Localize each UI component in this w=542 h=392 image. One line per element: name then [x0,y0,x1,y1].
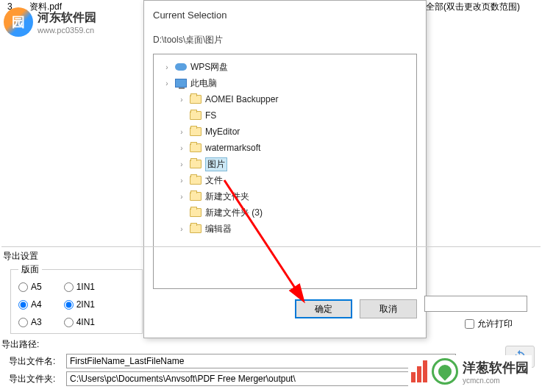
radio-2in1[interactable]: 2IN1 [64,299,95,310]
export-settings-section: 导出设置 版面 A5A4A31IN12IN14IN1 [1,246,541,266]
radio-a5[interactable]: A5 [18,282,42,292]
folder-icon [189,207,202,218]
expander-icon[interactable]: › [163,79,171,88]
dialog-title: Current Selection [153,10,417,21]
tree-item[interactable]: FS [157,107,413,124]
cancel-button[interactable]: 取消 [360,299,417,318]
tree-item-label: 编辑器 [205,223,232,235]
expander-icon[interactable]: › [177,177,186,185]
row-page-range[interactable]: 全部(双击更改页数范围) [426,1,520,13]
folder-icon [189,223,202,235]
folder-icon [189,174,202,186]
tree-item-label: 此电脑 [190,77,217,90]
export-path-title: 导出路径: [1,338,456,351]
expander-icon[interactable]: › [163,63,171,71]
radio-input[interactable] [18,300,28,310]
expander-icon[interactable]: › [177,128,186,136]
radio-input[interactable] [64,282,74,292]
radio-input[interactable] [64,318,74,327]
folder-icon [189,190,202,202]
tree-item-label: 文件 [205,174,223,187]
folder-icon [189,142,202,154]
folder-icon [189,93,202,105]
tree-item[interactable]: ›此电脑 [157,75,413,91]
expander-icon[interactable]: › [177,225,186,233]
tree-item-label: WPS网盘 [190,61,228,74]
tree-item-label: 图片 [205,157,227,171]
logo2-bars-icon [411,360,427,382]
tree-item[interactable]: ›watermarksoft [157,140,413,156]
radio-input[interactable] [64,300,74,310]
export-folder-input[interactable] [66,371,456,386]
tree-item[interactable]: ›WPS网盘 [157,59,413,75]
expander-icon[interactable]: › [177,144,186,152]
tree-item[interactable]: ›AOMEI Backupper [157,91,413,107]
logo-icon: 园 [4,7,33,37]
layout-legend: 版面 [18,263,42,276]
expander-icon[interactable]: › [177,96,186,104]
layout-fieldset: 版面 A5A4A31IN12IN14IN1 [10,263,143,334]
tree-item[interactable]: ›图片 [157,156,413,172]
filename-label: 导出文件名: [1,355,60,368]
folder-icon [189,126,202,138]
pc-icon [174,77,188,89]
tree-item[interactable]: 新建文件夹 (3) [157,204,413,221]
tree-item-label: AOMEI Backupper [205,94,278,104]
expander-icon[interactable]: › [177,160,186,168]
tree-item[interactable]: ›文件 [157,172,413,188]
export-filename-input[interactable] [66,354,456,368]
logo2-icon [432,358,458,385]
folder-browse-dialog: Current Selection D:\tools\桌面\图片 ›WPS网盘›… [143,0,427,338]
folder-icon [189,158,202,170]
watermark-logo-hedong: 园 河东软件园 www.pc0359.cn [4,7,96,37]
logo2-title: 洋葱软件园 [463,359,529,377]
tree-item-label: MyEditor [205,126,240,137]
expander-icon[interactable]: › [177,193,186,201]
logo2-url: ycmcn.com [463,377,529,385]
cloud-icon [174,61,188,73]
tree-item-label: FS [205,110,216,121]
tree-item-label: 新建文件夹 [205,190,249,203]
radio-input[interactable] [18,318,28,327]
tree-item[interactable]: ›编辑器 [157,221,413,237]
watermark-logo-yangcong: 洋葱软件园 ycmcn.com [408,355,532,388]
tree-item[interactable]: ›MyEditor [157,124,413,140]
tree-item[interactable]: ›新建文件夹 [157,188,413,204]
export-path-section: 导出路径: 导出文件名: 导出文件夹: [1,338,456,386]
ok-button[interactable]: 确定 [295,299,352,318]
tree-item-label: 新建文件夹 (3) [205,207,263,219]
side-input[interactable] [424,296,527,312]
logo-url: www.pc0359.cn [38,26,96,35]
allow-print-checkbox[interactable]: 允许打印 [465,318,513,330]
allow-print-input[interactable] [465,319,474,329]
folder-label: 导出文件夹: [1,373,60,385]
tree-item-label: watermarksoft [205,143,260,153]
radio-1in1[interactable]: 1IN1 [64,282,95,292]
radio-4in1[interactable]: 4IN1 [64,317,95,327]
radio-input[interactable] [18,282,28,292]
radio-a4[interactable]: A4 [18,299,42,310]
current-path: D:\tools\桌面\图片 [153,34,417,46]
radio-a3[interactable]: A3 [18,317,42,327]
folder-icon [189,110,202,121]
logo-title: 河东软件园 [38,10,96,26]
